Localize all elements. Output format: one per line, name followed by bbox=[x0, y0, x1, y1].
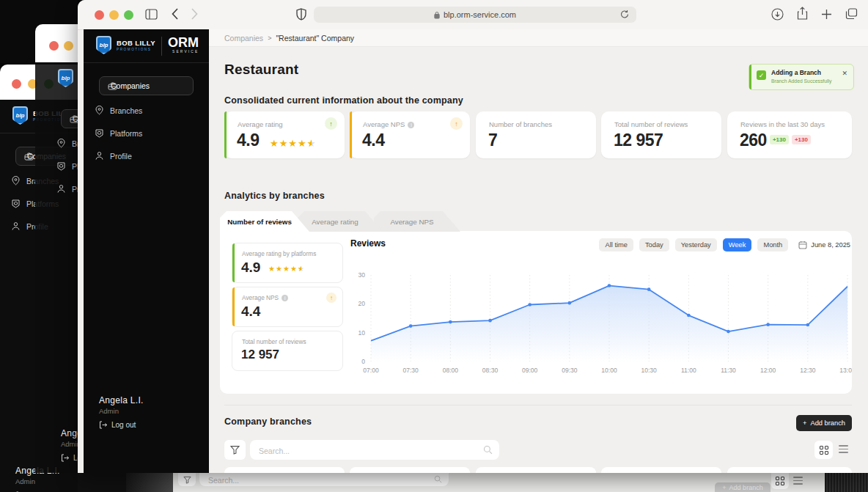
filter-today[interactable]: Today bbox=[639, 238, 669, 251]
svg-text:20: 20 bbox=[358, 300, 366, 307]
new-tab-icon[interactable] bbox=[821, 9, 832, 20]
svg-text:10:30: 10:30 bbox=[641, 367, 658, 374]
positive-delta-badge: +130 bbox=[770, 135, 789, 144]
downloads-icon[interactable] bbox=[771, 8, 784, 21]
browser-window: blp.orm-service.com blp BOB LILLY PROMOT… bbox=[78, 0, 868, 473]
person-icon bbox=[56, 184, 66, 194]
svg-text:0: 0 bbox=[361, 358, 365, 365]
address-bar[interactable]: blp.orm-service.com bbox=[314, 7, 636, 23]
tab-overview-icon[interactable] bbox=[845, 8, 858, 20]
sidebar-item-branches[interactable]: Branches bbox=[84, 99, 209, 122]
chart-filters: All time Today Yesterday Week Month June… bbox=[599, 238, 850, 251]
info-icon[interactable]: i bbox=[408, 122, 414, 128]
user-role: Admin bbox=[99, 407, 119, 415]
zoom-traffic-light[interactable] bbox=[124, 10, 133, 20]
app-window-body: blp BOB LILLY Companies Branches Platfor… bbox=[35, 62, 84, 473]
map-pin-icon bbox=[56, 139, 66, 149]
search-icon bbox=[483, 445, 493, 455]
logout-icon bbox=[61, 454, 69, 462]
reload-icon[interactable] bbox=[620, 10, 629, 19]
filter-all-time[interactable]: All time bbox=[599, 238, 633, 251]
grid-view-button[interactable] bbox=[771, 473, 789, 489]
chart-title: Reviews bbox=[350, 238, 386, 249]
branch-card[interactable] bbox=[476, 467, 596, 473]
platforms-icon bbox=[10, 199, 21, 209]
desktop: blp BOB LILLY PROMOTIONS ORM SERVICE Com… bbox=[0, 0, 868, 492]
svg-text:13:00: 13:00 bbox=[839, 367, 852, 374]
back-button[interactable] bbox=[172, 8, 178, 20]
trend-up-icon: ↑ bbox=[326, 293, 336, 303]
privacy-shield-icon[interactable] bbox=[296, 8, 306, 21]
forward-button[interactable] bbox=[191, 8, 198, 20]
sidebar-item-profile[interactable]: Profile bbox=[84, 144, 209, 167]
toast-notification: ✓ Adding a Branch Branch Added Successfu… bbox=[749, 64, 854, 90]
person-icon bbox=[94, 151, 104, 161]
logout-button[interactable]: Log out bbox=[99, 421, 136, 429]
add-branch-button[interactable]: +Add branch bbox=[796, 415, 852, 431]
branch-card[interactable] bbox=[350, 467, 470, 473]
branch-card[interactable] bbox=[601, 467, 721, 473]
minimize-traffic-light[interactable] bbox=[64, 41, 73, 51]
stat-card-number-of-branches: Number of branches 7 bbox=[476, 111, 596, 158]
reviews-line-chart: 010203007:0007:3008:0008:3009:0009:3010:… bbox=[346, 258, 852, 381]
filter-button[interactable] bbox=[178, 473, 196, 486]
svg-text:10: 10 bbox=[358, 329, 366, 337]
svg-text:07:00: 07:00 bbox=[363, 367, 379, 374]
person-icon bbox=[10, 221, 21, 232]
date-picker[interactable]: June 8, 2025 bbox=[798, 241, 850, 249]
close-traffic-light[interactable] bbox=[95, 10, 104, 20]
calendar-icon bbox=[798, 241, 807, 249]
list-view-button[interactable] bbox=[793, 477, 803, 485]
svg-text:11:00: 11:00 bbox=[681, 367, 696, 374]
section-heading-consolidated: Consolidated current information about t… bbox=[224, 95, 463, 106]
tab-number-of-reviews[interactable]: Number of reviews bbox=[220, 211, 309, 232]
stat-card-average-rating: Average rating ↑ 4.9 ★★★★★★ bbox=[224, 111, 345, 158]
background-window-3: blp BOB LILLY Companies Branches Platfor… bbox=[35, 24, 79, 473]
info-icon[interactable]: i bbox=[282, 295, 288, 301]
branch-card[interactable] bbox=[224, 467, 345, 473]
add-branch-button[interactable]: +Add branch bbox=[715, 482, 770, 492]
svg-text:09:30: 09:30 bbox=[562, 367, 578, 374]
minimize-traffic-light[interactable] bbox=[109, 10, 119, 20]
stat-card-average-nps: Average NPSi ↑ 4.4 bbox=[350, 111, 470, 158]
close-icon[interactable]: ✕ bbox=[842, 70, 847, 77]
background-window-bottom-strip: +Add branch bbox=[78, 473, 868, 492]
sidebar-toggle-icon[interactable] bbox=[145, 9, 158, 20]
background-dark-block bbox=[825, 473, 868, 492]
list-view-button[interactable] bbox=[839, 445, 848, 453]
branch-card[interactable] bbox=[727, 467, 852, 473]
tab-average-rating[interactable]: Average rating bbox=[298, 211, 383, 232]
breadcrumb: Companies > "Restaurant" Company bbox=[209, 29, 868, 47]
svg-text:08:00: 08:00 bbox=[443, 367, 459, 374]
user-name: Angela L.I. bbox=[99, 395, 144, 405]
mini-card-average-rating: Average rating by platforms 4.9 ★★★★★★ bbox=[232, 243, 343, 283]
filter-yesterday[interactable]: Yesterday bbox=[675, 238, 717, 251]
brand-shield-icon: blp bbox=[12, 106, 28, 125]
svg-text:12:30: 12:30 bbox=[800, 367, 816, 374]
close-traffic-light[interactable] bbox=[12, 79, 21, 89]
search-input[interactable] bbox=[199, 473, 449, 486]
url-text: blp.orm-service.com bbox=[444, 10, 516, 19]
window-titlebar bbox=[35, 24, 84, 62]
brand-shield-icon: blp bbox=[96, 36, 111, 54]
svg-text:09:00: 09:00 bbox=[522, 367, 538, 374]
tab-average-nps[interactable]: Average NPS bbox=[374, 211, 460, 232]
breadcrumb-parent[interactable]: Companies bbox=[224, 34, 263, 43]
map-pin-icon bbox=[10, 176, 21, 186]
grid-view-button[interactable] bbox=[814, 441, 833, 459]
close-traffic-light[interactable] bbox=[49, 41, 59, 51]
breadcrumb-separator: > bbox=[268, 34, 271, 42]
filter-icon bbox=[183, 476, 191, 484]
filter-month[interactable]: Month bbox=[757, 238, 788, 251]
sidebar-item-companies[interactable]: Companies bbox=[99, 76, 194, 95]
breadcrumb-current: "Restaurant" Company bbox=[276, 34, 354, 43]
sidebar-item-platforms[interactable]: Platforms bbox=[84, 122, 209, 144]
filter-button[interactable] bbox=[224, 440, 246, 460]
browser-chrome: blp.orm-service.com bbox=[78, 0, 868, 30]
search-icon bbox=[434, 475, 442, 483]
share-icon[interactable] bbox=[797, 7, 808, 21]
svg-text:07:30: 07:30 bbox=[403, 367, 419, 374]
search-input[interactable] bbox=[250, 440, 499, 460]
filter-week[interactable]: Week bbox=[723, 238, 752, 251]
check-icon: ✓ bbox=[757, 70, 766, 80]
